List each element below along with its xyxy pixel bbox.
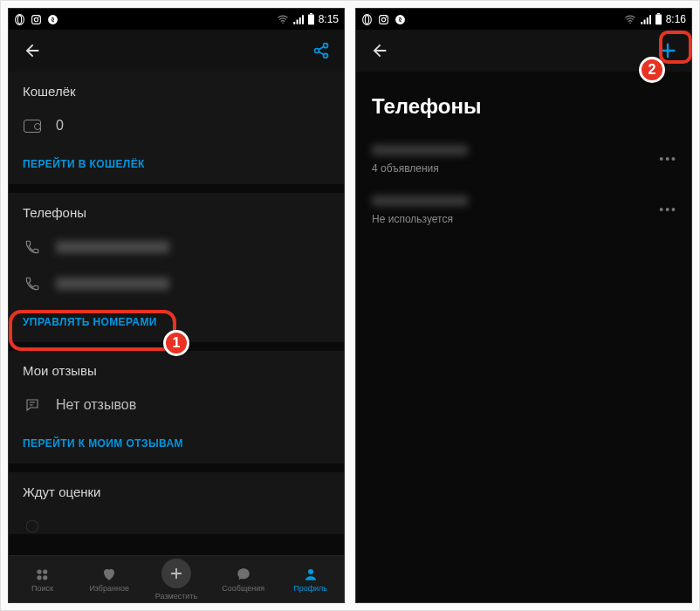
svg-point-20	[44, 575, 48, 580]
page-title: Телефоны	[356, 72, 691, 134]
reviews-section: Мои отзывы Нет отзывов ПЕРЕЙТИ К МОИМ ОТ…	[9, 351, 344, 463]
plus-circle-icon	[161, 559, 191, 588]
callout-badge-1: 1	[163, 330, 189, 356]
nav-post[interactable]: Разместить	[143, 559, 210, 601]
phone-number-blurred	[372, 196, 468, 206]
phone-list-item-1[interactable]: 4 объявления •••	[356, 134, 691, 185]
svg-rect-29	[655, 14, 662, 24]
pending-header: Ждут оценки	[9, 472, 344, 508]
instagram-icon	[31, 14, 42, 25]
wallet-link[interactable]: ПЕРЕЙТИ В КОШЕЛЁК	[9, 144, 344, 184]
pending-section: Ждут оценки	[9, 472, 344, 534]
status-time: 8:15	[319, 13, 339, 25]
callout-badge-2: 2	[639, 57, 665, 83]
back-icon[interactable]	[23, 41, 42, 60]
svg-point-27	[395, 15, 405, 24]
pending-row	[9, 508, 344, 534]
nav-search[interactable]: Поиск	[9, 566, 76, 593]
phone-item-sub: Не используется	[372, 213, 676, 225]
svg-point-4	[38, 16, 39, 17]
review-icon	[23, 397, 42, 413]
status-bar: 8:15	[9, 9, 344, 30]
app-bar	[9, 30, 344, 72]
nav-label: Поиск	[31, 584, 53, 593]
phone-icon	[23, 276, 42, 292]
opera-icon	[14, 14, 25, 25]
svg-point-22	[363, 14, 372, 24]
signal-icon	[292, 15, 304, 24]
search-icon	[34, 566, 50, 582]
svg-point-1	[17, 15, 21, 24]
nav-profile[interactable]: Профиль	[277, 566, 344, 593]
shazam-icon	[47, 14, 58, 25]
svg-rect-8	[310, 13, 312, 14]
wifi-icon	[624, 15, 636, 24]
svg-point-21	[308, 569, 313, 574]
svg-point-6	[282, 22, 284, 24]
wallet-icon	[23, 120, 42, 133]
reviews-link[interactable]: ПЕРЕЙТИ К МОИМ ОТЗЫВАМ	[9, 423, 344, 463]
svg-point-9	[324, 44, 328, 48]
svg-point-0	[16, 14, 24, 24]
svg-point-10	[315, 49, 319, 53]
signal-icon	[640, 15, 651, 24]
phone-number-blurred	[372, 145, 468, 155]
chat-icon	[236, 566, 251, 582]
nav-label: Сообщения	[222, 584, 264, 593]
svg-point-11	[324, 53, 328, 58]
reviews-empty-text: Нет отзывов	[56, 397, 136, 413]
reviews-empty-row: Нет отзывов	[9, 387, 344, 423]
nav-label: Избранное	[89, 584, 129, 593]
phone-icon	[23, 239, 42, 255]
battery-icon	[655, 13, 662, 25]
status-bar: 8:16	[356, 9, 691, 30]
profile-icon	[303, 566, 319, 582]
phone-number-blurred	[56, 278, 169, 290]
phone-row-1[interactable]	[9, 229, 344, 265]
wallet-balance: 0	[56, 118, 64, 134]
wallet-row[interactable]: 0	[9, 107, 344, 144]
svg-point-23	[365, 15, 368, 24]
status-time: 8:16	[666, 13, 686, 25]
nav-messages[interactable]: Сообщения	[209, 566, 277, 593]
reviews-header: Мои отзывы	[9, 351, 344, 387]
share-icon[interactable]	[312, 42, 330, 59]
phone-screen-right: 8:16 Телефоны 4 объявления ••• Не исполь…	[355, 8, 692, 603]
nav-favorites[interactable]: Избранное	[76, 566, 143, 593]
back-icon[interactable]	[370, 41, 389, 60]
phone-screen-left: 8:15 Кошелёк 0 ПЕРЕЙТИ В КОШЕЛЁК Телефон…	[8, 8, 345, 603]
svg-point-17	[38, 569, 42, 573]
svg-rect-30	[657, 13, 660, 14]
phones-section: Телефоны УПРАВЛЯТЬ НОМЕРАМИ	[9, 193, 344, 342]
svg-point-5	[48, 15, 58, 24]
svg-point-16	[26, 520, 38, 532]
svg-point-19	[38, 575, 42, 580]
shazam-icon	[395, 14, 406, 25]
nav-label: Профиль	[293, 584, 327, 593]
phone-item-sub: 4 объявления	[372, 162, 676, 175]
svg-point-25	[381, 17, 385, 21]
svg-point-18	[44, 569, 48, 573]
phone-row-2[interactable]	[9, 265, 344, 302]
svg-rect-7	[308, 14, 314, 24]
wifi-icon	[277, 15, 289, 24]
battery-icon	[307, 13, 315, 25]
wallet-section: Кошелёк 0 ПЕРЕЙТИ В КОШЕЛЁК	[9, 72, 344, 184]
phone-list-item-2[interactable]: Не используется •••	[356, 185, 691, 236]
more-icon[interactable]: •••	[659, 203, 677, 216]
svg-line-12	[319, 46, 324, 49]
add-icon[interactable]	[658, 41, 677, 60]
svg-point-28	[629, 22, 631, 24]
bottom-nav: Поиск Избранное Разместить Сообщения Про…	[9, 555, 344, 602]
wallet-header: Кошелёк	[9, 72, 344, 107]
instagram-icon	[378, 14, 389, 25]
phone-number-blurred	[56, 241, 169, 253]
svg-point-26	[386, 16, 387, 17]
nav-label: Разместить	[155, 592, 197, 601]
svg-point-3	[34, 17, 38, 21]
phones-header: Телефоны	[9, 193, 344, 229]
heart-icon	[101, 566, 117, 582]
svg-line-13	[319, 51, 324, 54]
opera-icon	[361, 14, 373, 25]
more-icon[interactable]: •••	[659, 152, 677, 166]
